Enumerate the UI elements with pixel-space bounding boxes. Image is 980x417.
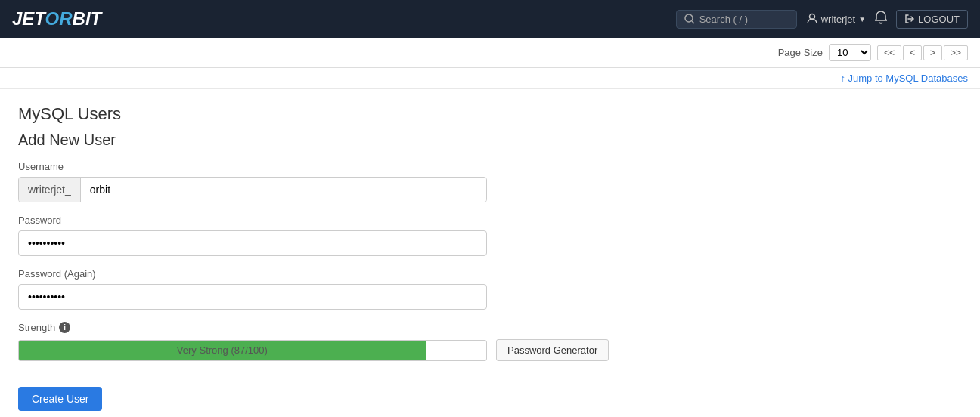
- username-label: Username: [18, 161, 962, 172]
- first-page-button[interactable]: <<: [877, 45, 901, 60]
- user-icon: [806, 13, 818, 25]
- strength-label: Strength i: [18, 322, 962, 333]
- logo: JETOrBIT: [12, 8, 101, 29]
- password-again-input[interactable]: [18, 284, 487, 310]
- header: JETOrBIT Search ( / ) writerjet ▼: [0, 0, 980, 38]
- logout-button[interactable]: LOGOUT: [896, 10, 968, 29]
- password-input[interactable]: [18, 230, 487, 256]
- chevron-down-icon: ▼: [858, 15, 866, 23]
- strength-row: Very Strong (87/100) Password Generator: [18, 339, 962, 361]
- strength-bar-fill: Very Strong (87/100): [19, 341, 426, 360]
- username-form-group: Username writerjet_: [18, 161, 962, 202]
- logout-label: LOGOUT: [918, 14, 960, 25]
- next-page-button[interactable]: >: [923, 45, 942, 60]
- password-generator-button[interactable]: Password Generator: [496, 339, 609, 361]
- username-prefix: writerjet_: [19, 178, 81, 202]
- svg-line-1: [692, 21, 694, 23]
- pagination-controls: << < > >>: [877, 45, 968, 60]
- create-user-button[interactable]: Create User: [18, 387, 102, 411]
- page-size-select[interactable]: 10 25 50 100: [829, 44, 871, 61]
- strength-bar-container: Very Strong (87/100): [18, 340, 487, 361]
- password-label: Password: [18, 215, 962, 226]
- username-row: writerjet_: [18, 177, 487, 202]
- notification-bell-button[interactable]: [875, 11, 887, 27]
- jump-to-mysql-databases-link[interactable]: Jump to MySQL Databases: [840, 73, 968, 84]
- strength-form-group: Strength i Very Strong (87/100) Password…: [18, 322, 962, 361]
- last-page-button[interactable]: >>: [944, 45, 968, 60]
- strength-info-icon[interactable]: i: [59, 322, 70, 333]
- page-size-label: Page Size: [778, 47, 823, 58]
- username-label: writerjet: [821, 14, 856, 25]
- section-title: Add New User: [18, 131, 962, 149]
- svg-point-0: [685, 14, 693, 22]
- jump-bar: Jump to MySQL Databases: [0, 68, 980, 89]
- user-menu-button[interactable]: writerjet ▼: [806, 13, 866, 25]
- secondary-bar: Page Size 10 25 50 100 << < > >>: [0, 38, 980, 68]
- password-again-label: Password (Again): [18, 268, 962, 280]
- logout-icon: [904, 14, 915, 24]
- username-input[interactable]: [81, 178, 486, 202]
- search-label: Search ( / ): [699, 14, 748, 25]
- password-again-form-group: Password (Again): [18, 268, 962, 310]
- main-content: MySQL Users Add New User Username writer…: [0, 89, 980, 417]
- strength-text: Very Strong (87/100): [177, 344, 268, 356]
- password-form-group: Password: [18, 215, 962, 256]
- search-icon: [684, 14, 695, 24]
- page-title: MySQL Users: [18, 104, 962, 124]
- header-right: Search ( / ) writerjet ▼ LOGOUT: [676, 10, 968, 29]
- prev-page-button[interactable]: <: [903, 45, 922, 60]
- search-box[interactable]: Search ( / ): [676, 10, 797, 29]
